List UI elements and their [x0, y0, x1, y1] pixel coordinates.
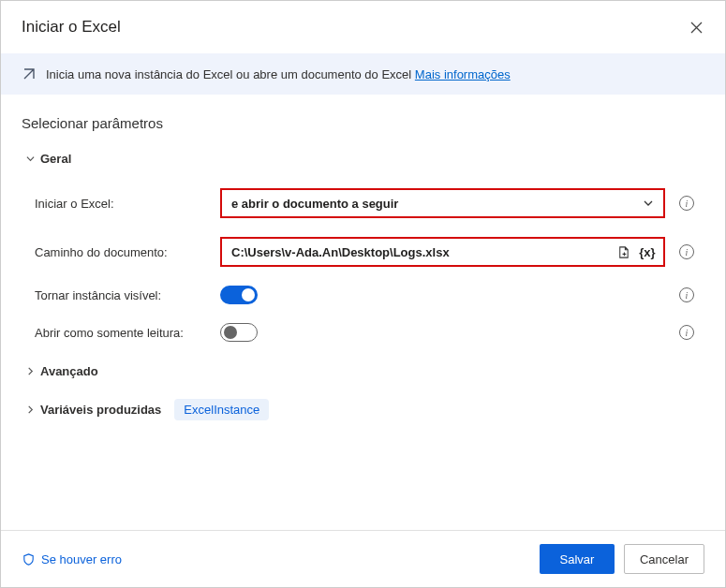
group-advanced-toggle[interactable]: Avançado [25, 357, 701, 386]
dialog-launch-excel: Iniciar o Excel Inicia uma nova instânci… [0, 0, 726, 588]
file-picker-button[interactable] [613, 242, 633, 262]
group-general: Geral Iniciar o Excel: e abrir o documen… [1, 139, 725, 351]
info-icon[interactable]: i [679, 287, 694, 302]
file-icon [616, 245, 630, 259]
visible-label: Tornar instância visível: [35, 288, 213, 302]
footer-buttons: Salvar Cancelar [540, 544, 704, 574]
group-variables: Variáveis produzidas ExcelInstance [1, 386, 725, 428]
launch-mode-dropdown[interactable]: e abrir o documento a seguir [220, 188, 665, 218]
shield-icon [22, 552, 36, 566]
row-launch-mode: Iniciar o Excel: e abrir o documento a s… [35, 179, 701, 228]
group-advanced: Avançado [1, 351, 725, 386]
cancel-button[interactable]: Cancelar [624, 544, 704, 574]
dialog-footer: Se houver erro Salvar Cancelar [1, 530, 725, 587]
info-icon[interactable]: i [679, 196, 694, 211]
launch-label: Iniciar o Excel: [35, 197, 213, 211]
close-button[interactable] [688, 19, 704, 36]
close-icon [690, 22, 703, 34]
info-icon[interactable]: i [679, 244, 694, 259]
group-variables-label: Variáveis produzidas [40, 403, 161, 417]
variable-picker-button[interactable]: {x} [637, 242, 658, 262]
make-visible-toggle[interactable] [220, 286, 258, 304]
dialog-header: Iniciar o Excel [1, 1, 725, 46]
row-document-path: Caminho do documento: C:\Users\v-Ada.An\… [35, 228, 701, 276]
chevron-down-icon [643, 198, 654, 209]
section-heading: Selecionar parâmetros [1, 95, 725, 139]
group-general-label: Geral [40, 152, 71, 166]
variable-chip[interactable]: ExcelInstance [174, 399, 269, 420]
dialog-title: Iniciar o Excel [22, 18, 121, 37]
on-error-link[interactable]: Se houver erro [22, 552, 122, 566]
info-banner: Inicia uma nova instância do Excel ou ab… [1, 53, 725, 95]
info-icon[interactable]: i [679, 325, 694, 340]
launch-mode-value: e abrir o documento a seguir [231, 197, 398, 211]
group-variables-toggle[interactable]: Variáveis produzidas ExcelInstance [25, 391, 701, 428]
more-info-link[interactable]: Mais informações [415, 67, 511, 81]
general-fields: Iniciar o Excel: e abrir o documento a s… [25, 173, 701, 351]
row-make-visible: Tornar instância visível: i [35, 276, 701, 314]
readonly-toggle[interactable] [220, 323, 258, 342]
group-advanced-label: Avançado [40, 364, 98, 378]
chevron-right-icon [25, 405, 35, 414]
chevron-right-icon [25, 367, 35, 375]
launch-icon [22, 66, 37, 81]
document-path-input[interactable]: C:\Users\v-Ada.An\Desktop\Logs.xlsx {x} [220, 237, 665, 267]
group-general-toggle[interactable]: Geral [25, 144, 701, 173]
document-path-value: C:\Users\v-Ada.An\Desktop\Logs.xlsx [231, 245, 609, 259]
chevron-down-icon [25, 154, 35, 163]
banner-text: Inicia uma nova instância do Excel ou ab… [46, 67, 511, 81]
path-label: Caminho do documento: [35, 245, 213, 259]
save-button[interactable]: Salvar [540, 544, 615, 574]
row-readonly: Abrir como somente leitura: i [35, 314, 701, 351]
on-error-label: Se houver erro [41, 552, 122, 566]
readonly-label: Abrir como somente leitura: [35, 326, 213, 340]
